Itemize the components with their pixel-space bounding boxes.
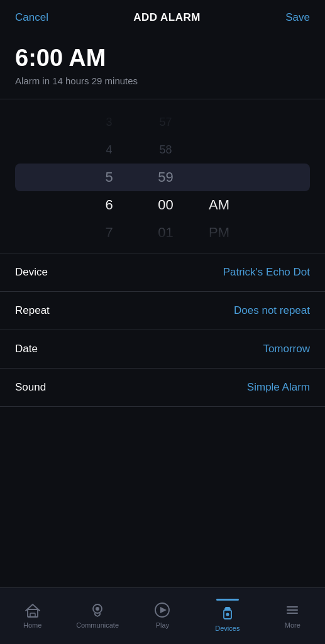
device-value: Patrick's Echo Dot: [223, 266, 310, 279]
devices-nav-label: Devices: [215, 625, 240, 632]
date-label: Date: [15, 343, 38, 355]
nav-item-devices[interactable]: Devices: [206, 599, 250, 632]
sound-label: Sound: [15, 381, 46, 394]
communicate-nav-label: Communicate: [76, 621, 119, 629]
cancel-button[interactable]: Cancel: [15, 11, 48, 24]
divider-top: [0, 99, 325, 99]
nav-item-play[interactable]: Play: [140, 602, 184, 629]
more-icon: [284, 602, 300, 618]
minute-column[interactable]: 57 58 59 00 01 02 03: [138, 108, 194, 247]
repeat-row[interactable]: Repeat Does not repeat: [0, 292, 325, 330]
time-picker[interactable]: 3 4 5 6 7 8 9 57 58 59 00 01 02 03 AM PM: [15, 108, 310, 247]
svg-rect-1: [30, 613, 35, 617]
hour-item-selected[interactable]: 6: [105, 191, 113, 219]
settings-section: Device Patrick's Echo Dot Repeat Does no…: [0, 253, 325, 407]
active-indicator: [216, 599, 239, 601]
ampm-item[interactable]: PM: [209, 219, 229, 247]
current-time: 6:00 AM: [15, 45, 310, 72]
hour-item[interactable]: 3: [106, 108, 112, 136]
bottom-nav: Home Communicate Play: [0, 587, 325, 644]
date-row[interactable]: Date Tomorrow: [0, 330, 325, 369]
page-title: ADD ALARM: [133, 11, 201, 24]
more-nav-label: More: [285, 621, 300, 629]
header: Cancel ADD ALARM Save: [0, 0, 325, 33]
nav-item-communicate[interactable]: Communicate: [75, 602, 119, 629]
time-display: 6:00 AM Alarm in 14 hours 29 minutes: [0, 33, 325, 90]
save-button[interactable]: Save: [285, 11, 310, 24]
ampm-item-selected[interactable]: AM: [209, 191, 229, 219]
svg-point-7: [226, 613, 229, 616]
repeat-label: Repeat: [15, 304, 50, 317]
time-until-alarm: Alarm in 14 hours 29 minutes: [15, 75, 310, 86]
hour-column[interactable]: 3 4 5 6 7 8 9: [81, 108, 138, 247]
minute-item[interactable]: 59: [158, 164, 173, 191]
play-nav-label: Play: [156, 621, 169, 629]
hour-item[interactable]: 7: [105, 219, 113, 247]
sound-value: Simple Alarm: [247, 381, 310, 394]
ampm-column[interactable]: AM PM: [194, 108, 245, 247]
svg-marker-5: [160, 607, 167, 613]
svg-point-3: [96, 607, 99, 611]
date-value: Tomorrow: [263, 343, 310, 355]
home-nav-label: Home: [23, 621, 41, 629]
nav-item-more[interactable]: More: [270, 602, 314, 629]
hour-item[interactable]: 4: [106, 136, 112, 164]
minute-item[interactable]: 58: [159, 136, 172, 164]
home-icon: [25, 602, 41, 618]
play-icon: [154, 602, 170, 618]
sound-row[interactable]: Sound Simple Alarm: [0, 369, 325, 407]
nav-item-home[interactable]: Home: [11, 602, 55, 629]
minute-item[interactable]: 01: [158, 219, 173, 247]
device-row[interactable]: Device Patrick's Echo Dot: [0, 253, 325, 292]
minute-item-selected[interactable]: 00: [158, 191, 173, 219]
device-label: Device: [15, 266, 48, 279]
communicate-icon: [89, 602, 106, 618]
picker-columns: 3 4 5 6 7 8 9 57 58 59 00 01 02 03 AM PM: [15, 108, 310, 247]
devices-icon: [219, 605, 236, 621]
minute-item[interactable]: 57: [159, 108, 172, 136]
hour-item[interactable]: 5: [105, 164, 113, 191]
repeat-value: Does not repeat: [234, 304, 310, 317]
